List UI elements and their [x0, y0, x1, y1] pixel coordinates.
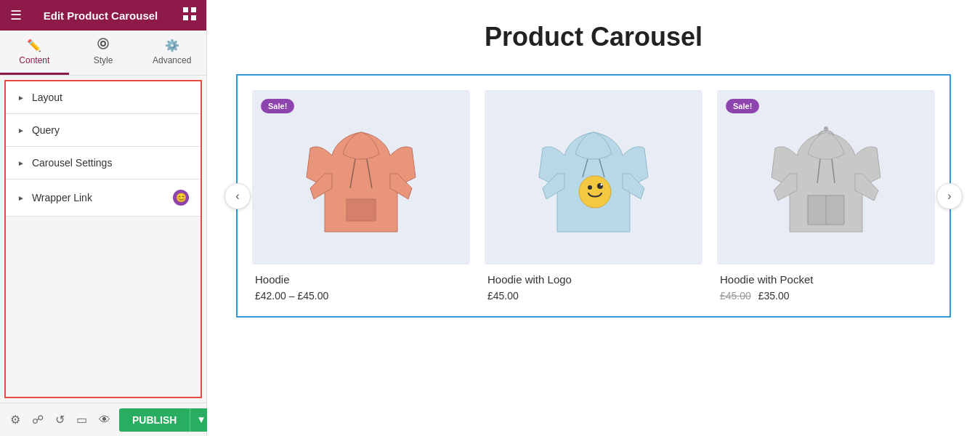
sale-badge-hoodie: Sale!	[261, 99, 294, 113]
svg-point-17	[824, 126, 828, 131]
svg-point-9	[579, 176, 611, 208]
sale-badge-pocket: Sale!	[726, 99, 759, 113]
sidebar-tabs: ✏️ Content Style ⚙️ Advanced	[0, 31, 206, 76]
product-price-sale-pocket: £35.00	[758, 290, 790, 302]
sidebar-title: Edit Product Carousel	[44, 9, 158, 22]
grid-icon[interactable]: ⁢	[179, 7, 196, 24]
svg-point-6	[102, 42, 105, 45]
product-card-hoodie-logo: Hoodie with Logo £45.00	[485, 90, 702, 302]
page-title: Product Carousel	[236, 22, 951, 52]
accordion-wrapper-header[interactable]: ► Wrapper Link 😊	[6, 179, 201, 216]
accordion-container: ► Layout ► Query ► Carousel Settings ► W…	[4, 80, 202, 398]
product-price-pocket: £45.00 £35.00	[720, 290, 932, 302]
carousel-next-button[interactable]: ›	[936, 183, 963, 209]
hamburger-icon[interactable]: ☰	[10, 7, 22, 23]
accordion-carousel-arrow: ►	[17, 159, 25, 167]
wrapper-link-icon: 😊	[173, 190, 189, 206]
accordion-layout-label: Layout	[32, 92, 189, 103]
sidebar-bottom: ⚙ ☍ ↺ ▭ 👁 PUBLISH ▼	[0, 403, 206, 436]
style-icon	[97, 38, 109, 52]
svg-rect-2	[183, 15, 188, 20]
accordion-carousel-label: Carousel Settings	[32, 157, 189, 169]
product-name-logo: Hoodie with Logo	[487, 273, 700, 286]
product-name-hoodie: Hoodie	[255, 273, 467, 286]
accordion-query-arrow: ►	[17, 126, 25, 134]
svg-point-12	[601, 184, 603, 186]
history-icon[interactable]: ↺	[52, 410, 68, 429]
main-content: Product Carousel ‹ › Sale!	[207, 0, 980, 436]
tab-content-label: Content	[19, 55, 49, 65]
accordion-wrapper-arrow: ►	[17, 194, 25, 202]
content-icon: ✏️	[27, 39, 41, 52]
publish-button[interactable]: PUBLISH	[119, 408, 190, 432]
hoodie-image-gray	[768, 105, 884, 250]
product-card-hoodie: Sale!	[252, 90, 470, 302]
advanced-icon: ⚙️	[165, 39, 179, 52]
product-price-logo: £45.00	[487, 290, 700, 302]
product-card-hoodie-pocket: Sale!	[717, 90, 935, 302]
preview-icon[interactable]: 👁	[96, 411, 113, 429]
layers-icon[interactable]: ☍	[29, 410, 46, 429]
product-price-hoodie: £42.00 – £45.00	[255, 290, 467, 302]
product-info-hoodie: Hoodie £42.00 – £45.00	[252, 265, 470, 302]
tab-advanced-label: Advanced	[153, 55, 191, 65]
accordion-layout-arrow: ►	[17, 94, 25, 102]
svg-rect-3	[191, 15, 196, 20]
accordion-query: ► Query	[6, 114, 201, 147]
sidebar: ☰ Edit Product Carousel ⁢ ✏️ Content Sty…	[0, 0, 207, 436]
tab-style[interactable]: Style	[69, 31, 138, 75]
accordion-query-label: Query	[32, 124, 189, 136]
product-info-pocket: Hoodie with Pocket £45.00 £35.00	[717, 265, 935, 302]
accordion-layout: ► Layout	[6, 81, 201, 114]
svg-rect-1	[191, 7, 196, 12]
tab-content[interactable]: ✏️ Content	[0, 31, 69, 75]
hoodie-image-salmon	[303, 105, 419, 250]
accordion-wrapper-link: ► Wrapper Link 😊	[6, 179, 201, 217]
svg-rect-0	[183, 7, 188, 12]
accordion-carousel-settings: ► Carousel Settings	[6, 147, 201, 179]
carousel-prev-button[interactable]: ‹	[224, 183, 251, 209]
product-name-pocket: Hoodie with Pocket	[720, 273, 932, 286]
sidebar-header: ☰ Edit Product Carousel ⁢	[0, 0, 206, 31]
publish-group: PUBLISH ▼	[119, 408, 212, 432]
accordion-layout-header[interactable]: ► Layout	[6, 81, 201, 113]
accordion-carousel-header[interactable]: ► Carousel Settings	[6, 147, 201, 179]
hoodie-image-blue	[535, 105, 652, 250]
tab-style-label: Style	[94, 55, 113, 65]
settings-icon[interactable]: ⚙	[7, 410, 23, 429]
accordion-query-header[interactable]: ► Query	[6, 114, 201, 146]
product-image-wrap-hoodie: Sale!	[252, 90, 470, 265]
accordion-wrapper-label: Wrapper Link	[32, 192, 173, 203]
product-image-wrap-logo	[485, 90, 702, 265]
products-grid: Sale!	[252, 90, 935, 302]
product-price-original-pocket: £45.00	[720, 290, 751, 302]
tab-advanced[interactable]: ⚙️ Advanced	[137, 31, 206, 75]
product-image-wrap-pocket: Sale!	[717, 90, 935, 265]
main-inner: Product Carousel ‹ › Sale!	[207, 0, 980, 436]
carousel-container: ‹ › Sale!	[236, 74, 951, 318]
svg-point-10	[588, 185, 592, 190]
product-info-logo: Hoodie with Logo £45.00	[485, 265, 702, 302]
responsive-icon[interactable]: ▭	[73, 410, 90, 429]
